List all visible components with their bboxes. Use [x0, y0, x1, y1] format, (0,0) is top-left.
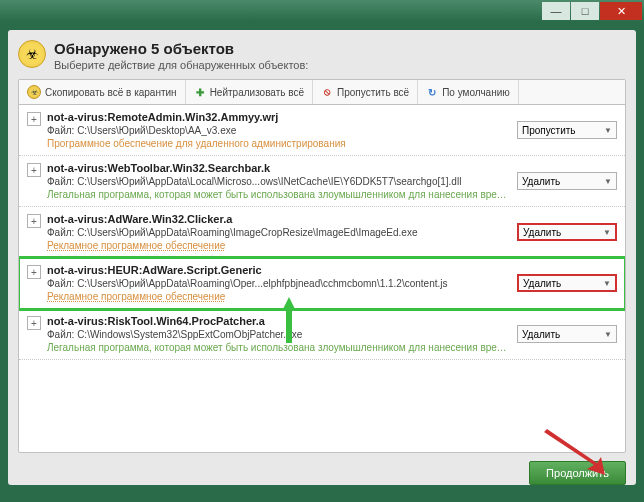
- action-select[interactable]: Удалить▼: [517, 223, 617, 241]
- hazard-icon: ☣: [18, 40, 46, 68]
- hazard-icon: ☣: [27, 85, 41, 99]
- skip-all-button[interactable]: ⦸ Пропустить всё: [313, 80, 418, 104]
- neutralize-all-button[interactable]: ✚ Нейтрализовать всё: [186, 80, 313, 104]
- threat-path: Файл: C:\Users\Юрий\AppData\Local\Micros…: [47, 176, 509, 187]
- threat-desc: Программное обеспечение для удаленного а…: [47, 138, 509, 149]
- dialog-header: ☣ Обнаружено 5 объектов Выберите действи…: [18, 40, 626, 71]
- action-select[interactable]: Удалить▼: [517, 172, 617, 190]
- threat-path: Файл: C:\Users\Юрий\AppData\Roaming\Oper…: [47, 278, 509, 289]
- threat-info: not-a-virus:RiskTool.Win64.ProcPatcher.a…: [47, 315, 509, 353]
- plus-icon: ✚: [194, 86, 206, 98]
- action-cell: Пропустить▼: [517, 111, 617, 149]
- button-label: По умолчанию: [442, 87, 510, 98]
- minimize-button[interactable]: —: [542, 2, 570, 20]
- threat-name: not-a-virus:HEUR:AdWare.Script.Generic: [47, 264, 509, 276]
- action-cell: Удалить▼: [517, 213, 617, 251]
- expand-button[interactable]: +: [27, 112, 41, 126]
- threat-info: not-a-virus:HEUR:AdWare.Script.GenericФа…: [47, 264, 509, 302]
- threat-path: Файл: C:\Users\Юрий\Desktop\AA_v3.exe: [47, 125, 509, 136]
- expand-button[interactable]: +: [27, 163, 41, 177]
- threat-path: Файл: C:\Users\Юрий\AppData\Roaming\Imag…: [47, 227, 509, 238]
- continue-button[interactable]: Продолжить: [529, 461, 626, 485]
- refresh-icon: ↻: [426, 86, 438, 98]
- close-button[interactable]: ✕: [600, 2, 642, 20]
- dialog-title: Обнаружено 5 объектов: [54, 40, 308, 57]
- action-label: Удалить: [523, 278, 561, 289]
- expand-button[interactable]: +: [27, 316, 41, 330]
- skip-icon: ⦸: [321, 86, 333, 98]
- expand-button[interactable]: +: [27, 214, 41, 228]
- threat-desc: Легальная программа, которая может быть …: [47, 342, 509, 353]
- chevron-down-icon: ▼: [604, 126, 612, 135]
- chevron-down-icon: ▼: [603, 228, 611, 237]
- threat-row: +not-a-virus:AdWare.Win32.Clicker.aФайл:…: [19, 207, 625, 258]
- dialog-body: ☣ Обнаружено 5 объектов Выберите действи…: [8, 30, 636, 485]
- button-label: Нейтрализовать всё: [210, 87, 304, 98]
- action-label: Удалить: [523, 227, 561, 238]
- threat-info: not-a-virus:RemoteAdmin.Win32.Ammyy.wrjФ…: [47, 111, 509, 149]
- chevron-down-icon: ▼: [603, 279, 611, 288]
- threat-name: not-a-virus:WebToolbar.Win32.Searchbar.k: [47, 162, 509, 174]
- threat-name: not-a-virus:AdWare.Win32.Clicker.a: [47, 213, 509, 225]
- threat-desc: Легальная программа, которая может быть …: [47, 189, 509, 200]
- threat-panel: ☣ Скопировать всё в карантин ✚ Нейтрализ…: [18, 79, 626, 453]
- threat-list: +not-a-virus:RemoteAdmin.Win32.Ammyy.wrj…: [19, 105, 625, 445]
- action-select[interactable]: Пропустить▼: [517, 121, 617, 139]
- threat-desc: Рекламное программное обеспечение: [47, 291, 509, 302]
- threat-info: not-a-virus:WebToolbar.Win32.Searchbar.k…: [47, 162, 509, 200]
- maximize-button[interactable]: □: [571, 2, 599, 20]
- expand-button[interactable]: +: [27, 265, 41, 279]
- action-select[interactable]: Удалить▼: [517, 274, 617, 292]
- action-label: Удалить: [522, 329, 560, 340]
- threat-desc: Рекламное программное обеспечение: [47, 240, 509, 251]
- threat-row: +not-a-virus:RiskTool.Win64.ProcPatcher.…: [19, 309, 625, 360]
- action-cell: Удалить▼: [517, 264, 617, 302]
- action-label: Пропустить: [522, 125, 576, 136]
- default-button[interactable]: ↻ По умолчанию: [418, 80, 519, 104]
- threat-name: not-a-virus:RiskTool.Win64.ProcPatcher.a: [47, 315, 509, 327]
- action-select[interactable]: Удалить▼: [517, 325, 617, 343]
- threat-path: Файл: C:\Windows\System32\SppExtComObjPa…: [47, 329, 509, 340]
- dialog-footer: Продолжить: [18, 461, 626, 485]
- dialog-subtitle: Выберите действие для обнаруженных объек…: [54, 59, 308, 71]
- action-label: Удалить: [522, 176, 560, 187]
- threat-name: not-a-virus:RemoteAdmin.Win32.Ammyy.wrj: [47, 111, 509, 123]
- quarantine-all-button[interactable]: ☣ Скопировать всё в карантин: [19, 80, 186, 104]
- chevron-down-icon: ▼: [604, 177, 612, 186]
- threat-row: +not-a-virus:WebToolbar.Win32.Searchbar.…: [19, 156, 625, 207]
- threat-row: +not-a-virus:HEUR:AdWare.Script.GenericФ…: [19, 258, 625, 309]
- action-cell: Удалить▼: [517, 162, 617, 200]
- action-cell: Удалить▼: [517, 315, 617, 353]
- panel-toolbar: ☣ Скопировать всё в карантин ✚ Нейтрализ…: [19, 80, 625, 105]
- window-titlebar: — □ ✕: [0, 0, 644, 22]
- threat-row: +not-a-virus:RemoteAdmin.Win32.Ammyy.wrj…: [19, 105, 625, 156]
- chevron-down-icon: ▼: [604, 330, 612, 339]
- button-label: Пропустить всё: [337, 87, 409, 98]
- button-label: Скопировать всё в карантин: [45, 87, 177, 98]
- threat-info: not-a-virus:AdWare.Win32.Clicker.aФайл: …: [47, 213, 509, 251]
